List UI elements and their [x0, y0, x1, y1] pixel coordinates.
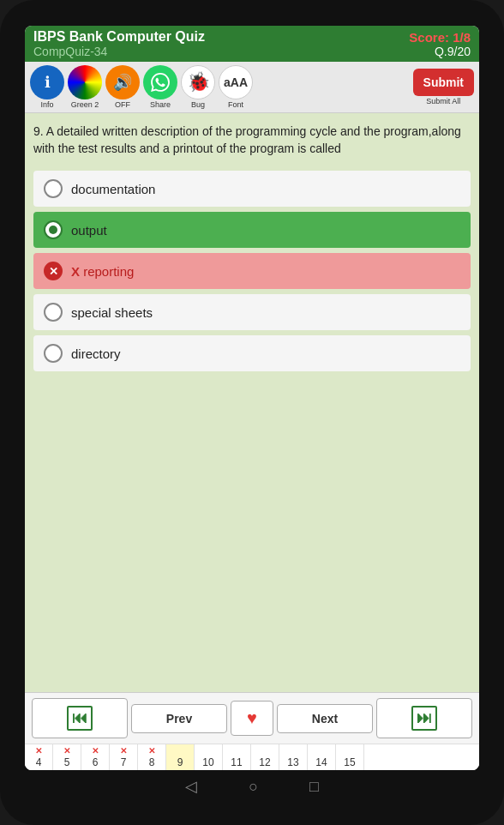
qnum-cell-6[interactable]: ✕6 [81, 744, 110, 770]
question-number-header: Q.9/20 [435, 45, 471, 58]
skip-first-icon: ⏮ [67, 706, 93, 731]
next-label: Next [312, 712, 338, 726]
bug-icon[interactable]: 🐞 [181, 65, 215, 99]
qnum-num-13: 13 [287, 756, 298, 768]
question-body: A detailed written description of the pr… [33, 124, 461, 155]
x-label: X [71, 264, 83, 279]
qnum-cross-8: ✕ [148, 746, 155, 756]
toolbar: ℹ Info Green 2 🔊 OFF Share 🐞 Bug [25, 62, 479, 113]
radio-inner-output [49, 226, 57, 234]
radio-reporting: ✕ [44, 262, 63, 280]
qnum-cross-6: ✕ [92, 746, 99, 756]
toolbar-sound[interactable]: 🔊 OFF [105, 65, 140, 109]
color-icon[interactable] [68, 65, 102, 99]
home-button[interactable]: ○ [249, 778, 258, 796]
option-output-text: output [71, 223, 107, 238]
info-label: Info [40, 100, 53, 109]
prev-button[interactable]: Prev [131, 704, 227, 733]
qnum-cell-12[interactable]: 12 [251, 744, 279, 770]
qnum-num-7: 7 [121, 756, 127, 768]
recents-button[interactable]: □ [309, 778, 319, 796]
heart-icon: ♥ [247, 708, 257, 728]
bottom-nav: ⏮ Prev ♥ Next ⏭ ✕4✕5✕6✕7✕89101112131415 [25, 692, 479, 770]
submit-all-label: Submit All [426, 97, 460, 105]
question-text: 9. A detailed written description of the… [33, 123, 471, 157]
question-number-strip: ✕4✕5✕6✕7✕89101112131415 [25, 744, 479, 770]
qnum-num-14: 14 [315, 756, 327, 768]
question-area: 9. A detailed written description of the… [25, 113, 479, 692]
qnum-cross-5: ✕ [63, 746, 70, 756]
question-number: 9. [33, 124, 44, 138]
whatsapp-icon[interactable] [143, 65, 177, 99]
toolbar-submit[interactable]: Submit Submit All [413, 69, 474, 105]
font-label: Font [228, 100, 243, 109]
qnum-cell-11[interactable]: 11 [223, 744, 251, 770]
qnum-cross-4: ✕ [35, 746, 42, 756]
skip-first-button[interactable]: ⏮ [32, 698, 128, 738]
bug-label: Bug [191, 100, 205, 109]
option-documentation-text: documentation [71, 182, 155, 196]
option-special-sheets-text: special sheets [71, 305, 153, 320]
submit-button[interactable]: Submit [413, 69, 474, 96]
qnum-cell-9[interactable]: 9 [166, 744, 195, 770]
toolbar-font[interactable]: aAA Font [219, 65, 253, 109]
wrong-x-icon: ✕ [49, 265, 58, 278]
font-icon[interactable]: aAA [219, 65, 253, 99]
toolbar-bug[interactable]: 🐞 Bug [181, 65, 215, 109]
sound-label: OFF [115, 100, 130, 109]
qnum-num-6: 6 [93, 756, 99, 768]
qnum-num-8: 8 [149, 756, 155, 768]
toolbar-share[interactable]: Share [143, 65, 177, 109]
radio-special-sheets [44, 303, 63, 322]
toolbar-color[interactable]: Green 2 [68, 65, 102, 109]
option-output[interactable]: output [33, 212, 471, 248]
qnum-num-10: 10 [202, 756, 213, 768]
qnum-num-5: 5 [64, 756, 70, 768]
radio-directory [44, 344, 63, 363]
quiz-subtitle: CompQuiz-34 [33, 45, 107, 58]
qnum-num-4: 4 [36, 756, 42, 768]
next-button[interactable]: Next [277, 704, 373, 733]
qnum-cell-4[interactable]: ✕4 [25, 744, 53, 770]
option-documentation[interactable]: documentation [33, 171, 471, 207]
radio-output [44, 220, 63, 239]
info-icon[interactable]: ℹ [30, 65, 64, 99]
qnum-cell-5[interactable]: ✕5 [53, 744, 81, 770]
device-frame: IBPS Bank Computer Quiz Score: 1/8 CompQ… [0, 0, 504, 825]
color-label: Green 2 [71, 100, 99, 109]
android-nav: ◁ ○ □ [185, 770, 319, 799]
radio-documentation [44, 179, 63, 198]
qnum-cell-15[interactable]: 15 [336, 744, 364, 770]
screen: IBPS Bank Computer Quiz Score: 1/8 CompQ… [25, 26, 479, 770]
back-button[interactable]: ◁ [185, 777, 197, 796]
skip-last-button[interactable]: ⏭ [376, 698, 472, 738]
score-display: Score: 1/8 [409, 30, 471, 45]
sound-icon[interactable]: 🔊 [105, 65, 140, 99]
skip-last-icon: ⏭ [411, 706, 437, 731]
option-directory-text: directory [71, 346, 121, 361]
qnum-cell-13[interactable]: 13 [279, 744, 308, 770]
heart-button[interactable]: ♥ [231, 701, 273, 736]
option-special-sheets[interactable]: special sheets [33, 294, 471, 330]
option-directory[interactable]: directory [33, 335, 471, 371]
qnum-num-12: 12 [259, 756, 270, 768]
qnum-num-9: 9 [177, 756, 183, 768]
qnum-cell-14[interactable]: 14 [308, 744, 336, 770]
qnum-cross-7: ✕ [120, 746, 127, 756]
prev-label: Prev [166, 712, 192, 726]
option-reporting-text: X reporting [71, 264, 134, 279]
nav-buttons: ⏮ Prev ♥ Next ⏭ [25, 693, 479, 744]
qnum-cell-7[interactable]: ✕7 [110, 744, 138, 770]
header: IBPS Bank Computer Quiz Score: 1/8 CompQ… [25, 26, 479, 62]
toolbar-info[interactable]: ℹ Info [30, 65, 64, 109]
app-title: IBPS Bank Computer Quiz [33, 29, 205, 45]
qnum-num-11: 11 [231, 756, 242, 768]
qnum-cell-8[interactable]: ✕8 [138, 744, 166, 770]
qnum-cell-10[interactable]: 10 [195, 744, 223, 770]
share-label: Share [150, 100, 171, 109]
qnum-num-15: 15 [344, 756, 355, 768]
option-reporting[interactable]: ✕ X reporting [33, 253, 471, 289]
